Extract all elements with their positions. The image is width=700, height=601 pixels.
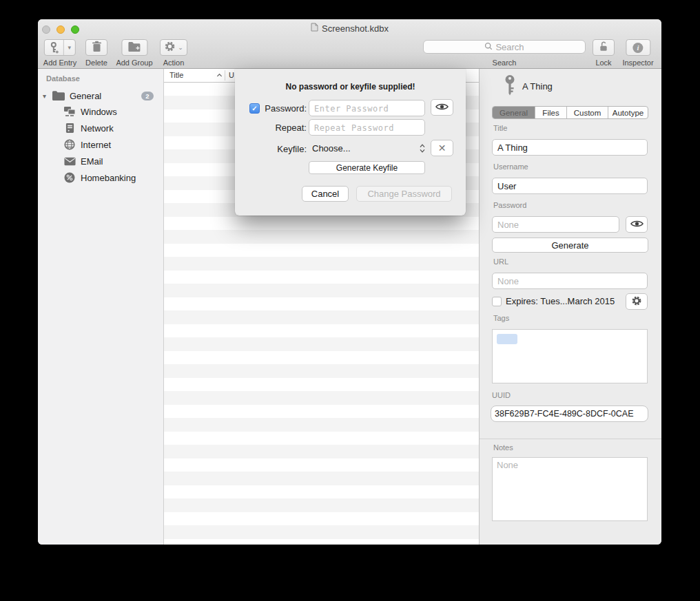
column-header-title[interactable]: Title <box>169 71 183 79</box>
password-input[interactable] <box>309 100 425 116</box>
tab-autotype[interactable]: Autotype <box>608 107 648 118</box>
title-field[interactable] <box>492 139 648 156</box>
sidebar-section-header: Database <box>46 74 80 83</box>
chevron-down-icon: ⌄ <box>178 45 183 51</box>
toolbar-inspector: i Inspector <box>622 39 653 67</box>
generate-password-button[interactable]: Generate <box>492 238 648 253</box>
password-label: Password: <box>261 103 307 114</box>
trash-icon <box>92 41 102 55</box>
percent-icon <box>63 172 76 183</box>
gear-icon <box>631 295 642 308</box>
toolbar-action: ⌄ Action <box>160 39 187 67</box>
expires-label: Expires: Tues...March 2015 <box>506 296 615 306</box>
username-field[interactable] <box>492 178 648 194</box>
sidebar-group-label: General <box>70 91 101 101</box>
stepper-icon[interactable] <box>419 143 426 156</box>
inspector-button[interactable]: i <box>626 39 650 56</box>
search-icon <box>484 41 493 53</box>
notes-field[interactable] <box>492 457 648 521</box>
expires-checkbox[interactable] <box>492 297 502 306</box>
toolbar-search: Search <box>423 40 586 54</box>
entry-title: A Thing <box>522 81 553 92</box>
inspector-panel: A Thing General Files Custom Autotype Ti… <box>479 69 661 545</box>
key-plus-icon <box>45 40 63 55</box>
username-label: Username <box>493 162 528 171</box>
eye-icon <box>630 220 644 230</box>
title-label: Title <box>493 124 507 132</box>
delete-button[interactable] <box>85 39 107 56</box>
add-entry-button[interactable]: ▾ <box>44 39 76 56</box>
key-icon <box>503 74 517 100</box>
info-icon: i <box>633 43 644 53</box>
document-icon <box>311 23 318 34</box>
sidebar-item-windows[interactable]: Windows <box>38 103 163 120</box>
chevron-down-icon[interactable]: ▾ <box>63 40 75 55</box>
column-divider[interactable] <box>225 70 225 81</box>
sidebar-item-network[interactable]: Network <box>38 120 163 136</box>
app-window: Screenshot.kdbx ▾ Add Entry Delete <box>38 19 661 545</box>
password-checkbox[interactable]: ✓ <box>249 103 260 114</box>
gear-icon <box>164 41 176 55</box>
column-header-username[interactable]: U <box>229 71 234 79</box>
url-field[interactable] <box>492 273 648 289</box>
lock-label: Lock <box>595 59 611 67</box>
titlebar-toolbar: Screenshot.kdbx ▾ Add Entry Delete <box>38 19 661 69</box>
window-title-area: Screenshot.kdbx <box>38 22 661 34</box>
password-label: Password <box>493 201 526 209</box>
notes-label: Notes <box>493 443 513 452</box>
generate-keyfile-button[interactable]: Generate Keyfile <box>309 161 425 174</box>
close-x-icon: ✕ <box>438 143 446 154</box>
search-placeholder: Search <box>495 42 524 52</box>
disclosure-triangle-icon[interactable]: ▾ <box>43 92 46 100</box>
sidebar: Database ▾ General 2 Windows Network <box>38 69 163 545</box>
change-password-sheet: No password or keyfile supplied! ✓ Passw… <box>235 69 466 215</box>
password-field[interactable] <box>492 216 619 233</box>
reveal-password-button[interactable] <box>431 99 453 116</box>
keyfile-popup[interactable]: Choose... <box>312 140 351 158</box>
uuid-field[interactable] <box>491 405 648 422</box>
sidebar-item-label: Network <box>81 123 114 134</box>
sidebar-item-homebanking[interactable]: Homebanking <box>38 169 163 186</box>
tags-label: Tags <box>493 314 509 322</box>
toolbar-add-entry: ▾ Add Entry <box>43 39 76 67</box>
expires-settings-button[interactable] <box>626 293 648 310</box>
inspector-tabs: General Files Custom Autotype <box>492 106 648 119</box>
toolbar-lock: Lock <box>593 39 615 67</box>
toolbar-delete: Delete <box>85 39 107 67</box>
entry-count-badge: 2 <box>141 92 154 101</box>
add-group-label: Add Group <box>116 59 152 67</box>
sidebar-group-general[interactable]: ▾ General 2 <box>38 88 163 103</box>
lock-open-icon <box>598 41 609 55</box>
sidebar-item-label: Windows <box>81 107 117 117</box>
search-input[interactable]: Search <box>423 40 586 54</box>
globe-icon <box>63 139 76 150</box>
tab-files[interactable]: Files <box>535 107 567 118</box>
tab-custom[interactable]: Custom <box>567 107 608 118</box>
search-label: Search <box>493 59 517 67</box>
sidebar-item-email[interactable]: EMail <box>38 153 163 169</box>
server-icon <box>63 123 76 134</box>
add-group-button[interactable] <box>121 39 147 56</box>
reveal-password-button[interactable] <box>626 216 648 233</box>
sidebar-item-internet[interactable]: Internet <box>38 136 163 153</box>
workgroup-icon <box>63 106 76 117</box>
tab-general[interactable]: General <box>493 107 535 118</box>
tags-field[interactable] <box>492 329 648 383</box>
action-label: Action <box>163 59 185 67</box>
change-password-button[interactable]: Change Password <box>356 186 452 202</box>
repeat-input[interactable] <box>309 119 425 136</box>
clear-keyfile-button[interactable]: ✕ <box>431 140 453 156</box>
url-label: URL <box>493 257 508 266</box>
folder-icon <box>52 91 65 103</box>
sort-ascending-icon <box>216 72 223 80</box>
tag-token[interactable] <box>497 334 517 344</box>
lock-button[interactable] <box>593 39 615 56</box>
eye-icon <box>435 103 449 113</box>
repeat-label: Repeat: <box>261 123 307 133</box>
delete-label: Delete <box>85 59 107 67</box>
cancel-button[interactable]: Cancel <box>302 186 349 202</box>
toolbar-add-group: Add Group <box>116 39 152 67</box>
expires-row: Expires: Tues...March 2015 <box>492 296 615 306</box>
uuid-label: UUID <box>492 391 511 399</box>
action-button[interactable]: ⌄ <box>160 39 187 56</box>
